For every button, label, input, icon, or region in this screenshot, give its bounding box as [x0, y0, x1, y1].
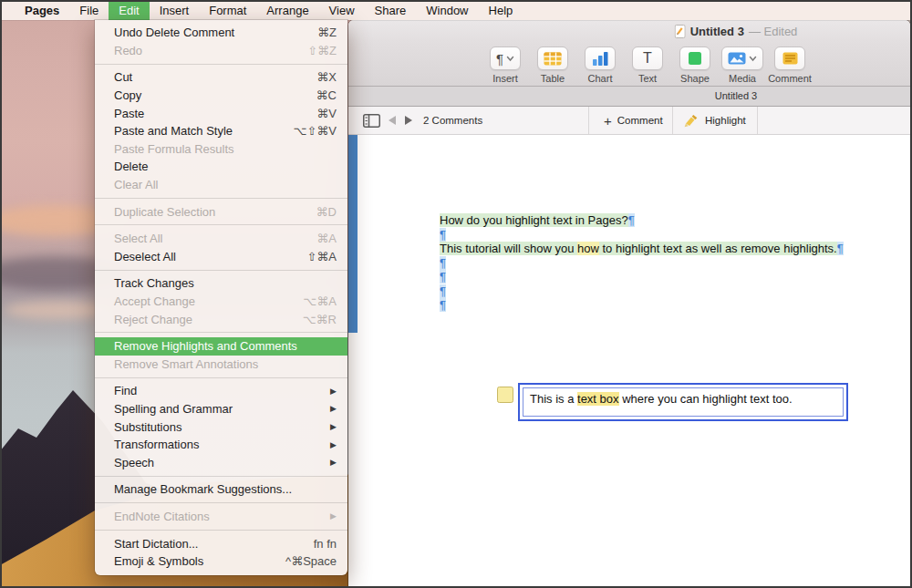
- submenu-arrow-icon: ▶: [330, 387, 337, 396]
- toolbar-item-label: Insert: [492, 73, 518, 84]
- comments-count: 2 Comments: [423, 107, 482, 134]
- green-highlighted-text[interactable]: How do you highlight text in Pages?: [440, 213, 628, 227]
- highlight-label: Highlight: [705, 115, 746, 126]
- table-icon: [544, 52, 562, 66]
- menu-item-label: Deselect All: [114, 250, 306, 263]
- menubar-item-insert[interactable]: Insert: [150, 0, 200, 20]
- insert-button[interactable]: ¶: [490, 46, 521, 70]
- menu-item-clear-all: Clear All: [95, 176, 347, 194]
- menu-separator: [95, 198, 347, 199]
- menu-separator: [95, 476, 347, 477]
- menu-item-emoji-symbols[interactable]: Emoji & Symbols^⌘Space: [95, 552, 347, 571]
- menu-item-paste-and-match-style[interactable]: Paste and Match Style⌥⇧⌘V: [95, 122, 347, 140]
- menubar-item-edit[interactable]: Edit: [109, 0, 149, 20]
- submenu-arrow-icon: ▶: [330, 422, 337, 431]
- pilcrow-mark[interactable]: ¶: [440, 228, 446, 242]
- pilcrow-mark[interactable]: ¶: [837, 242, 844, 255]
- document-paragraph[interactable]: ¶: [440, 284, 844, 299]
- pilcrow-mark[interactable]: ¶: [440, 298, 446, 312]
- document-paragraph[interactable]: ¶: [440, 228, 844, 242]
- green-highlighted-text[interactable]: to highlight text as well as remove high…: [599, 242, 837, 255]
- media-button[interactable]: [721, 46, 763, 70]
- menu-item-track-changes[interactable]: Track Changes: [95, 274, 347, 293]
- pilcrow-mark[interactable]: ¶: [440, 284, 446, 298]
- document-paragraph[interactable]: This tutorial will show you how to highl…: [440, 242, 844, 256]
- menu-item-copy[interactable]: Copy⌘C: [95, 87, 347, 105]
- menu-item-deselect-all[interactable]: Deselect All⇧⌘A: [95, 248, 347, 266]
- menu-item-substitutions[interactable]: Substitutions▶: [95, 418, 347, 436]
- menu-item-start-dictation[interactable]: Start Dictation...fn fn: [95, 534, 347, 552]
- menu-item-spelling-and-grammar[interactable]: Spelling and Grammar▶: [95, 400, 347, 418]
- pilcrow-mark[interactable]: ¶: [440, 256, 446, 270]
- menu-item-transformations[interactable]: Transformations▶: [95, 436, 347, 454]
- next-comment-button[interactable]: [405, 116, 412, 125]
- comment-button[interactable]: [774, 46, 805, 70]
- menu-item-shortcut: ⇧⌘A: [306, 250, 337, 263]
- menu-item-label: Accept Change: [114, 294, 303, 308]
- text-box[interactable]: This is a text box where you can highlig…: [518, 383, 848, 421]
- shape-button[interactable]: [679, 46, 710, 70]
- menu-item-manage-bookmark-suggestions[interactable]: Manage Bookmark Suggestions...: [95, 480, 347, 499]
- text-box-text[interactable]: where you can highlight text too.: [619, 392, 793, 406]
- sidebar-toggle-icon[interactable]: [363, 114, 380, 129]
- menubar-item-share[interactable]: Share: [365, 0, 417, 20]
- menubar-item-pages[interactable]: Pages: [15, 0, 69, 20]
- menu-item-redo: Redo⇧⌘Z: [95, 42, 347, 60]
- window-titlebar[interactable]: Untitled 3 — Edited: [348, 20, 910, 43]
- add-comment-button[interactable]: + Comment: [604, 107, 663, 134]
- menu-item-label: Copy: [114, 88, 316, 102]
- menu-item-remove-highlights-and-comments[interactable]: Remove Highlights and Comments: [95, 337, 347, 356]
- comments-bar: 2 Comments + Comment Highlight: [348, 107, 910, 135]
- toolbar-item-insert: ¶Insert: [482, 46, 529, 84]
- comment-icon: [782, 52, 798, 65]
- table-button[interactable]: [537, 46, 568, 70]
- toolbar-item-label: Shape: [680, 73, 710, 84]
- menu-item-label: Clear All: [114, 178, 337, 191]
- pages-window: Untitled 3 — Edited ¶InsertTableChartTTe…: [348, 20, 910, 586]
- menubar-item-file[interactable]: File: [69, 0, 109, 20]
- highlight-button[interactable]: Highlight: [682, 107, 746, 134]
- text-box-text[interactable]: This is a: [530, 392, 577, 406]
- menu-item-shortcut: ⌥⌘R: [303, 313, 337, 326]
- menubar-item-window[interactable]: Window: [416, 0, 478, 20]
- menu-separator: [95, 377, 347, 378]
- menu-item-shortcut: ⌘X: [316, 70, 337, 84]
- green-highlighted-text[interactable]: This tutorial will show you: [440, 242, 577, 255]
- toolbar-item-media: Media: [719, 46, 766, 84]
- toolbar-item-table: Table: [529, 46, 576, 84]
- menu-item-shortcut: ⌘C: [316, 88, 337, 102]
- yellow-highlighted-text[interactable]: how: [577, 242, 599, 255]
- menu-item-reject-change: Reject Change⌥⌘R: [95, 310, 347, 328]
- menu-separator: [95, 502, 347, 503]
- plus-icon: +: [604, 114, 612, 128]
- text-button[interactable]: T: [632, 46, 663, 70]
- menu-item-cut[interactable]: Cut⌘X: [95, 68, 347, 87]
- menu-item-find[interactable]: Find▶: [95, 382, 347, 400]
- menu-separator: [95, 530, 347, 531]
- comment-marker[interactable]: [497, 387, 513, 403]
- pilcrow-mark[interactable]: ¶: [628, 213, 635, 227]
- menubar-item-view[interactable]: View: [319, 0, 365, 20]
- menubar-item-format[interactable]: Format: [199, 0, 256, 20]
- menu-item-label: Cut: [114, 70, 316, 84]
- chart-button[interactable]: [585, 46, 616, 70]
- menubar-item-help[interactable]: Help: [479, 0, 523, 20]
- document-paragraph[interactable]: How do you highlight text in Pages?¶: [440, 213, 844, 228]
- yellow-highlighted-text[interactable]: text box: [577, 392, 619, 406]
- text-box-content[interactable]: This is a text box where you can highlig…: [523, 387, 844, 417]
- toolbar-item-chart: Chart: [576, 46, 624, 84]
- menu-item-speech[interactable]: Speech▶: [95, 453, 347, 471]
- document-paragraph[interactable]: ¶: [440, 298, 844, 313]
- tab-title: Untitled 3: [715, 87, 757, 106]
- menubar-item-arrange[interactable]: Arrange: [256, 0, 318, 20]
- chart-icon: [593, 52, 608, 66]
- pilcrow-mark[interactable]: ¶: [440, 270, 446, 284]
- document-area[interactable]: How do you highlight text in Pages?¶ ¶ T…: [348, 135, 910, 586]
- document-paragraph[interactable]: ¶: [440, 270, 844, 284]
- comments-bar-divider: [588, 107, 589, 134]
- menu-item-delete[interactable]: Delete: [95, 158, 347, 176]
- document-paragraph[interactable]: ¶: [440, 256, 844, 271]
- menu-item-undo-delete-comment[interactable]: Undo Delete Comment⌘Z: [95, 24, 347, 42]
- menu-item-paste[interactable]: Paste⌘V: [95, 104, 347, 122]
- previous-comment-button[interactable]: [389, 116, 396, 125]
